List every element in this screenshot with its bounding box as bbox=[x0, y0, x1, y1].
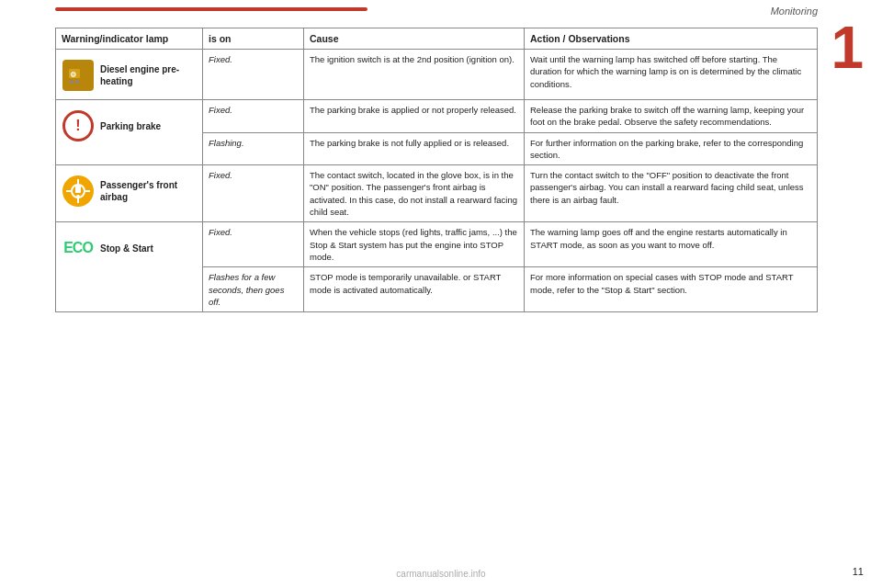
ison-cell: Flashing. bbox=[203, 132, 304, 165]
lamp-inner-eco: ECOStop & Start bbox=[62, 228, 197, 268]
page-number: 11 bbox=[853, 566, 864, 577]
chapter-number: 1 bbox=[831, 18, 864, 77]
page-title: Monitoring bbox=[771, 6, 818, 17]
svg-rect-5 bbox=[71, 63, 74, 68]
svg-point-3 bbox=[70, 80, 74, 84]
lamp-cell-diesel: ⚙ Diesel engine pre-heating bbox=[56, 50, 203, 100]
lamp-name-eco: Stop & Start bbox=[100, 243, 153, 254]
diesel-svg: ⚙ bbox=[64, 62, 92, 89]
action-cell: For more information on special cases wi… bbox=[525, 267, 818, 312]
top-bar-accent bbox=[55, 7, 368, 11]
top-bar bbox=[0, 0, 882, 17]
page-container: Monitoring 1 Warning/indicator lamp is o… bbox=[0, 0, 882, 588]
action-cell: Release the parking brake to switch off … bbox=[525, 100, 818, 133]
cause-cell: STOP mode is temporarily unavailable. or… bbox=[304, 267, 525, 312]
table-row: Passenger's front airbagFixed.The contac… bbox=[56, 165, 818, 222]
ison-cell: Flashes for a few seconds, then goes off… bbox=[203, 267, 304, 312]
action-cell: Wait until the warning lamp has switched… bbox=[525, 50, 818, 100]
header-lamp: Warning/indicator lamp bbox=[56, 28, 203, 50]
warning-table: Warning/indicator lamp is on Cause Actio… bbox=[55, 28, 818, 312]
svg-rect-1 bbox=[83, 70, 88, 74]
ison-cell: Fixed. bbox=[203, 222, 304, 267]
eco-stop-start-icon: ECO bbox=[63, 238, 93, 258]
parking-brake-icon: ! bbox=[62, 110, 94, 141]
action-cell: For further information on the parking b… bbox=[525, 132, 818, 165]
cause-cell: The ignition switch is at the 2nd positi… bbox=[304, 50, 525, 100]
action-cell: Turn the contact switch to the "OFF" pos… bbox=[525, 165, 818, 222]
svg-rect-14 bbox=[75, 186, 81, 193]
airbag-svg bbox=[65, 178, 91, 204]
svg-text:⚙: ⚙ bbox=[70, 71, 76, 79]
lamp-name-diesel: Diesel engine pre-heating bbox=[100, 63, 197, 87]
cause-cell: The parking brake is applied or not prop… bbox=[304, 100, 525, 133]
header-ison: is on bbox=[203, 28, 304, 50]
cause-cell: The contact switch, located in the glove… bbox=[304, 165, 525, 222]
header-action: Action / Observations bbox=[525, 28, 818, 50]
table-row: ⚙ Diesel engine pre-heatingFixed.The ign… bbox=[56, 50, 818, 100]
table-header-row: Warning/indicator lamp is on Cause Actio… bbox=[56, 28, 818, 50]
lamp-inner-diesel: ⚙ Diesel engine pre-heating bbox=[62, 55, 197, 96]
table-row: !Parking brakeFixed.The parking brake is… bbox=[56, 100, 818, 133]
airbag-icon bbox=[62, 175, 94, 207]
ison-cell: Fixed. bbox=[203, 100, 304, 133]
diesel-engine-icon: ⚙ bbox=[62, 60, 94, 91]
lamp-inner-airbag: Passenger's front airbag bbox=[62, 171, 197, 211]
icon-wrapper-airbag bbox=[62, 175, 95, 208]
lamp-name-airbag: Passenger's front airbag bbox=[100, 179, 197, 203]
table-wrapper: Warning/indicator lamp is on Cause Actio… bbox=[55, 28, 818, 560]
header-cause: Cause bbox=[304, 28, 525, 50]
lamp-name-parking: Parking brake bbox=[100, 120, 161, 132]
icon-wrapper-eco: ECO bbox=[62, 232, 95, 265]
action-cell: The warning lamp goes off and the engine… bbox=[525, 222, 818, 267]
icon-wrapper-diesel: ⚙ bbox=[62, 59, 95, 92]
ison-cell: Fixed. bbox=[203, 50, 304, 100]
watermark: carmanualsonline.info bbox=[396, 569, 485, 579]
svg-point-4 bbox=[75, 80, 79, 84]
svg-point-13 bbox=[76, 195, 80, 198]
cause-cell: When the vehicle stops (red lights, traf… bbox=[304, 222, 525, 267]
icon-wrapper-parking: ! bbox=[62, 109, 95, 142]
table-row: ECOStop & StartFixed.When the vehicle st… bbox=[56, 222, 818, 267]
lamp-cell-parking: !Parking brake bbox=[56, 100, 203, 165]
lamp-inner-parking: !Parking brake bbox=[62, 106, 197, 146]
lamp-cell-eco: ECOStop & Start bbox=[56, 222, 203, 312]
ison-cell: Fixed. bbox=[203, 165, 304, 222]
lamp-cell-airbag: Passenger's front airbag bbox=[56, 165, 203, 222]
cause-cell: The parking brake is not fully applied o… bbox=[304, 132, 525, 165]
